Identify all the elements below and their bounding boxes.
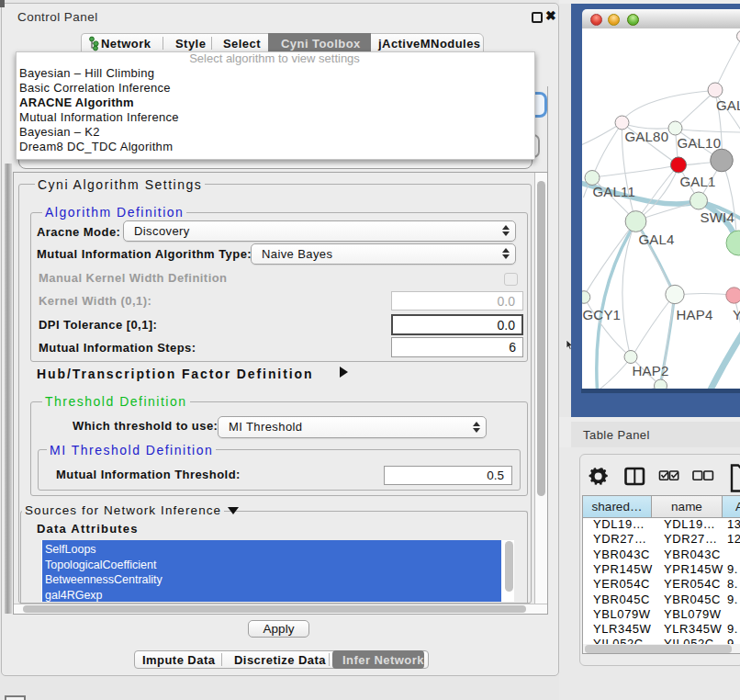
svg-text:GAL2: GAL2 — [716, 97, 740, 113]
svg-text:SWI4: SWI4 — [700, 209, 734, 225]
svg-text:GAL10: GAL10 — [677, 135, 721, 151]
svg-text:GAL4: GAL4 — [638, 231, 674, 247]
svg-text:GAL80: GAL80 — [624, 129, 668, 144]
svg-text:GCY1: GCY1 — [582, 307, 621, 322]
svg-text:GAL1: GAL1 — [679, 174, 715, 189]
svg-text:HAP4: HAP4 — [676, 307, 712, 322]
svg-text:YP: YP — [733, 307, 740, 322]
svg-text:HAP2: HAP2 — [632, 363, 668, 378]
svg-text:GAL11: GAL11 — [592, 184, 635, 199]
